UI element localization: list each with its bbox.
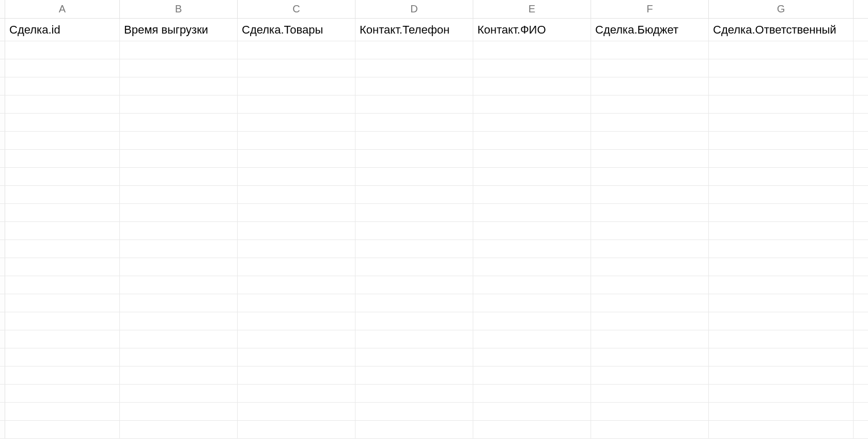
cell-D4[interactable] (355, 77, 473, 95)
cell-G8[interactable] (709, 150, 854, 167)
cell-D19[interactable] (355, 348, 473, 366)
cell-B1[interactable]: Время выгрузки (120, 19, 238, 41)
cell-X18[interactable] (854, 330, 868, 348)
cell-E14[interactable] (473, 258, 591, 276)
cell-C10[interactable] (238, 186, 355, 203)
cell-E15[interactable] (473, 276, 591, 294)
column-header-G[interactable]: G (709, 0, 854, 18)
cell-X21[interactable] (854, 385, 868, 402)
cell-A17[interactable] (5, 312, 120, 330)
cell-A21[interactable] (5, 385, 120, 402)
cell-A12[interactable] (5, 222, 120, 240)
cell-A22[interactable] (5, 403, 120, 420)
cell-G13[interactable] (709, 240, 854, 258)
cell-D3[interactable] (355, 59, 473, 77)
cell-G2[interactable] (709, 41, 854, 59)
cell-A1[interactable]: Сделка.id (5, 19, 120, 41)
cell-G18[interactable] (709, 330, 854, 348)
cell-F14[interactable] (591, 258, 709, 276)
cell-B12[interactable] (120, 222, 238, 240)
cell-A11[interactable] (5, 204, 120, 221)
cell-F20[interactable] (591, 367, 709, 384)
cell-A3[interactable] (5, 59, 120, 77)
cell-G1[interactable]: Сделка.Ответственный (709, 19, 854, 41)
cell-X7[interactable] (854, 132, 868, 149)
cell-C20[interactable] (238, 367, 355, 384)
column-header-A[interactable]: A (5, 0, 120, 18)
cell-C14[interactable] (238, 258, 355, 276)
cell-E7[interactable] (473, 132, 591, 149)
column-header-E[interactable]: E (473, 0, 591, 18)
cell-A20[interactable] (5, 367, 120, 384)
cell-X3[interactable] (854, 59, 868, 77)
cell-B3[interactable] (120, 59, 238, 77)
cell-E16[interactable] (473, 294, 591, 312)
cell-F4[interactable] (591, 77, 709, 95)
cell-D6[interactable] (355, 114, 473, 131)
cell-E12[interactable] (473, 222, 591, 240)
cell-E21[interactable] (473, 385, 591, 402)
cell-G14[interactable] (709, 258, 854, 276)
cell-X6[interactable] (854, 114, 868, 131)
cell-F3[interactable] (591, 59, 709, 77)
cell-G16[interactable] (709, 294, 854, 312)
cell-C23[interactable] (238, 421, 355, 438)
cell-A7[interactable] (5, 132, 120, 149)
cell-B22[interactable] (120, 403, 238, 420)
cell-C4[interactable] (238, 77, 355, 95)
cell-D22[interactable] (355, 403, 473, 420)
cell-A18[interactable] (5, 330, 120, 348)
cell-E20[interactable] (473, 367, 591, 384)
cell-D11[interactable] (355, 204, 473, 221)
row-number-gutter[interactable] (0, 403, 5, 420)
cell-F22[interactable] (591, 403, 709, 420)
cell-F13[interactable] (591, 240, 709, 258)
cell-F12[interactable] (591, 222, 709, 240)
column-header-F[interactable]: F (591, 0, 709, 18)
row-number-gutter[interactable] (0, 222, 5, 240)
row-number-gutter[interactable] (0, 132, 5, 149)
cell-D20[interactable] (355, 367, 473, 384)
cell-D1[interactable]: Контакт.Телефон (355, 19, 473, 41)
cell-C1[interactable]: Сделка.Товары (238, 19, 355, 41)
column-header-next[interactable] (854, 0, 868, 18)
cell-B4[interactable] (120, 77, 238, 95)
cell-X11[interactable] (854, 204, 868, 221)
cell-B6[interactable] (120, 114, 238, 131)
row-number-gutter[interactable] (0, 367, 5, 384)
cell-E3[interactable] (473, 59, 591, 77)
cell-E10[interactable] (473, 186, 591, 203)
cell-C3[interactable] (238, 59, 355, 77)
row-number-gutter[interactable] (0, 186, 5, 203)
row-number-gutter[interactable] (0, 168, 5, 185)
cell-X17[interactable] (854, 312, 868, 330)
cell-C16[interactable] (238, 294, 355, 312)
cell-F6[interactable] (591, 114, 709, 131)
cell-F19[interactable] (591, 348, 709, 366)
cell-C11[interactable] (238, 204, 355, 221)
cell-G23[interactable] (709, 421, 854, 438)
cell-A5[interactable] (5, 95, 120, 113)
cell-C21[interactable] (238, 385, 355, 402)
cell-F21[interactable] (591, 385, 709, 402)
cell-C9[interactable] (238, 168, 355, 185)
cell-A4[interactable] (5, 77, 120, 95)
cell-A16[interactable] (5, 294, 120, 312)
cell-A19[interactable] (5, 348, 120, 366)
cell-E19[interactable] (473, 348, 591, 366)
cell-B14[interactable] (120, 258, 238, 276)
cell-E13[interactable] (473, 240, 591, 258)
cell-X19[interactable] (854, 348, 868, 366)
cell-X12[interactable] (854, 222, 868, 240)
cell-D5[interactable] (355, 95, 473, 113)
cell-B20[interactable] (120, 367, 238, 384)
cell-E1[interactable]: Контакт.ФИО (473, 19, 591, 41)
cell-D8[interactable] (355, 150, 473, 167)
cell-G15[interactable] (709, 276, 854, 294)
cell-F2[interactable] (591, 41, 709, 59)
cell-B8[interactable] (120, 150, 238, 167)
cell-X10[interactable] (854, 186, 868, 203)
cell-B16[interactable] (120, 294, 238, 312)
cell-D14[interactable] (355, 258, 473, 276)
cell-X4[interactable] (854, 77, 868, 95)
